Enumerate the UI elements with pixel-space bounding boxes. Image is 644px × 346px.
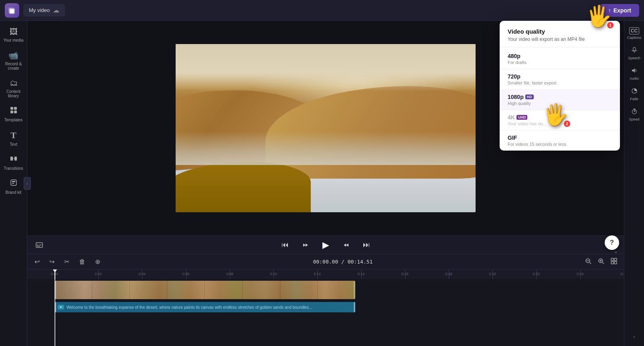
quality-desc-4k: Your video has no... [508, 121, 612, 126]
right-sidebar-item-speed[interactable]: Speed [625, 105, 644, 125]
svg-line-22 [602, 262, 604, 264]
sidebar-item-text[interactable]: T Text [2, 127, 26, 150]
zoom-controls [583, 256, 619, 268]
right-sidebar-item-audio[interactable]: Audio [625, 64, 644, 84]
quality-option-gif[interactable]: GIF For videos 15 seconds or less [500, 131, 620, 151]
video-frame [92, 281, 130, 299]
playhead [55, 270, 55, 279]
cloud-save-icon: ☁ [53, 6, 59, 14]
right-item-label: Fade [630, 97, 638, 101]
undo-button[interactable]: ↩ [32, 256, 42, 267]
video-frame [205, 281, 243, 299]
svg-rect-5 [10, 111, 13, 113]
video-track-right-handle[interactable] [354, 281, 355, 299]
duplicate-button[interactable]: ⊕ [93, 256, 103, 267]
redo-button[interactable]: ↪ [47, 256, 57, 267]
sidebar-item-label: Text [10, 142, 17, 147]
svg-rect-3 [10, 107, 13, 110]
video-frame [167, 281, 205, 299]
svg-rect-25 [611, 262, 614, 264]
video-track[interactable] [55, 281, 355, 299]
right-item-label: Captions [627, 36, 642, 40]
quality-option-4k[interactable]: 4K UHD Your video has no... [500, 110, 620, 131]
sidebar-item-transitions[interactable]: Transitions [2, 151, 26, 174]
sidebar-item-label: Templates [4, 118, 23, 122]
right-item-label: Speed [629, 117, 639, 121]
svg-rect-15 [37, 246, 40, 247]
ruler-label: 0:16 [401, 272, 409, 276]
ruler-label: 0:02 [95, 272, 102, 276]
svg-rect-7 [10, 157, 13, 161]
fit-zoom-button[interactable] [609, 256, 619, 268]
caption-left-handle[interactable] [55, 302, 56, 312]
quality-desc-1080p: High quality [508, 101, 612, 106]
timeline-toolbar: ↩ ↪ ✂ 🗑 ⊕ 00:00.00 / 00:14.51 [27, 254, 624, 270]
ruler-label: 0:06 [182, 272, 190, 276]
quality-label-480p: 480p [508, 53, 612, 59]
quality-label-gif: GIF [508, 135, 612, 141]
svg-rect-4 [14, 107, 17, 110]
topbar: My video ☁ ↑ Export [0, 0, 644, 21]
dropdown-header: Video quality Your video will export as … [500, 21, 620, 47]
play-button[interactable]: ▶ [321, 238, 331, 252]
sidebar-item-templates[interactable]: Templates [2, 103, 26, 125]
ruler-label: 0:14 [358, 272, 365, 276]
sidebar-item-brand[interactable]: Brand kit [2, 175, 26, 198]
dropdown-subtitle: Your video will export as an MP4 file [508, 36, 612, 42]
subtitle-toggle-button[interactable] [34, 239, 45, 251]
sidebar-item-content-library[interactable]: 🗂 Contentlibrary [2, 75, 26, 101]
svg-rect-14 [39, 245, 42, 245]
zoom-in-button[interactable] [596, 256, 606, 268]
fade-icon [631, 88, 638, 96]
zoom-out-button[interactable] [583, 256, 593, 268]
delete-button[interactable]: 🗑 [77, 257, 88, 267]
ruler-label: 0:26 [620, 272, 624, 276]
quality-option-1080p[interactable]: 1080p HD High quality [500, 90, 620, 110]
quality-option-480p[interactable]: 480p For drafts [500, 49, 620, 69]
right-sidebar-item-fade[interactable]: Fade [625, 84, 644, 104]
video-track-left-handle[interactable] [55, 281, 56, 299]
fast-forward-button[interactable] [340, 239, 352, 251]
transitions-icon [10, 155, 18, 165]
speed-icon [631, 108, 638, 116]
cut-button[interactable]: ✂ [62, 256, 72, 267]
sky-overlay [176, 44, 476, 91]
svg-rect-9 [11, 180, 16, 185]
caption-right-handle[interactable] [354, 302, 355, 312]
dropdown-divider [500, 47, 620, 47]
dropdown-title: Video quality [508, 28, 612, 35]
sidebar-collapse-button[interactable]: › [24, 177, 31, 190]
svg-rect-8 [14, 157, 17, 161]
ruler-label: 0:18 [445, 272, 452, 276]
svg-rect-23 [611, 258, 614, 261]
caption-track[interactable]: ✦ Welcome to the breathtaking expanse of… [55, 302, 355, 312]
ruler-label: 0:04 [139, 272, 146, 276]
right-sidebar: CC Captions Speech Audio Fade Speed [624, 21, 644, 346]
ruler-label: 0:12 [314, 272, 321, 276]
timeline-ruler[interactable]: 0:000:020:040:060:080:100:120:140:160:18… [27, 270, 624, 279]
right-sidebar-collapse-button[interactable]: ‹ [630, 331, 638, 343]
ruler-label: 0:24 [577, 272, 584, 276]
skip-back-button[interactable]: ⏮ [280, 239, 290, 251]
sidebar-item-your-media[interactable]: 🖼 Your media [2, 24, 26, 46]
right-sidebar-item-captions[interactable]: CC Captions [625, 24, 644, 43]
export-button[interactable]: ↑ Export [600, 4, 639, 17]
sidebar-item-label: Transitions [4, 166, 23, 171]
right-item-label: Speech [628, 56, 640, 60]
right-sidebar-item-speech[interactable]: Speech [625, 44, 644, 63]
quality-desc-gif: For videos 15 seconds or less [508, 142, 612, 147]
sidebar-item-label: Record &create [5, 62, 22, 70]
scroll-down-arrow[interactable]: ⌄ [613, 247, 618, 255]
video-frame [318, 281, 355, 299]
skip-forward-button[interactable]: ⏭ [361, 239, 372, 251]
timecode-display: 00:00.00 / 00:14.51 [107, 259, 578, 265]
rewind-button[interactable] [300, 239, 311, 251]
sidebar-item-label: Contentlibrary [6, 89, 20, 98]
sidebar-item-label: Brand kit [6, 190, 21, 195]
media-icon: 🖼 [10, 27, 18, 36]
video-title-tab[interactable]: My video ☁ [23, 4, 65, 16]
sidebar-item-record-create[interactable]: 📹 Record &create [2, 47, 26, 74]
quality-option-720p[interactable]: 720p Smaller file, faster export [500, 69, 620, 90]
text-icon: T [10, 130, 16, 141]
ruler-label: 0:22 [533, 272, 540, 276]
